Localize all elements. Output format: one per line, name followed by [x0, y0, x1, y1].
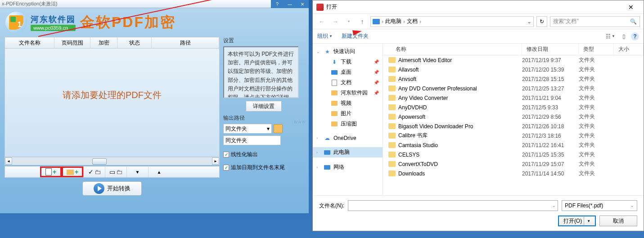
table-header: 文件名称 页码范围 加密 状态 路径: [5, 37, 220, 49]
move-down-button[interactable]: ▼: [126, 166, 148, 177]
preview-pane-button[interactable]: ▯: [621, 32, 627, 40]
view-mode-button[interactable]: ☷ ▼: [604, 32, 617, 40]
append-date-checkbox-row[interactable]: ✓ 追加日期到文件名末尾: [223, 164, 304, 171]
col-path[interactable]: 路径: [152, 37, 219, 48]
clear-files-button[interactable]: ▭🗀: [105, 166, 126, 177]
start-convert-button[interactable]: 开始转换: [82, 181, 142, 196]
table-body[interactable]: 请添加要处理的PDF文件: [5, 49, 220, 157]
dialog-title: 打开: [326, 3, 622, 11]
cancel-button[interactable]: 取消: [599, 216, 637, 226]
remove-file-button[interactable]: ✓🗀: [83, 166, 105, 177]
dialog-toolbar: 组织 ▼ 新建文件夹 ☷ ▼ ▯ ?: [313, 29, 644, 44]
dialog-close-button[interactable]: ✕: [622, 1, 640, 13]
pin-icon: 📌: [374, 80, 379, 85]
sidebar-quick-access[interactable]: ⌄★快速访问: [313, 46, 383, 57]
detail-settings-button[interactable]: 详细设置: [246, 101, 282, 112]
dialog-title-bar: 打开 ✕: [313, 0, 644, 14]
organize-button[interactable]: 组织 ▼: [317, 32, 333, 40]
sidebar-downloads[interactable]: ⬇下载📌: [313, 57, 383, 67]
col-pagerange[interactable]: 页码范围: [54, 37, 90, 48]
filename-input[interactable]: ⌄: [348, 200, 558, 211]
file-row[interactable]: ConvertXToDVD2017/11/29 15:07文件夹: [383, 159, 644, 169]
logo-row: 河东软件园 www.pc0359.cn 金软PDF加密: [0, 8, 309, 37]
file-row[interactable]: CELSYS2017/11/25 15:35文件夹: [383, 150, 644, 159]
sidebar-hedong[interactable]: 河东软件园📌: [313, 88, 383, 98]
file-row[interactable]: Aimersoft Video Editor2017/12/19 9:37文件夹: [383, 55, 644, 65]
output-path-input[interactable]: [223, 135, 281, 145]
title-bar: x-PDFEncryption(未激活): [0, 0, 309, 8]
col-size[interactable]: 大小: [614, 44, 644, 55]
append-date-label: 追加日期到文件名末尾: [231, 164, 285, 171]
col-encrypt[interactable]: 加密: [90, 37, 117, 48]
horizontal-scrollbar[interactable]: ◄ ►: [5, 157, 220, 165]
brand-name: 河东软件园: [31, 14, 76, 25]
scroll-left-button[interactable]: ◄: [5, 157, 12, 165]
nav-back-button[interactable]: ←: [316, 16, 327, 27]
sidebar-onedrive[interactable]: ›☁OneDrive: [313, 134, 383, 143]
scroll-right-button[interactable]: ►: [212, 157, 219, 165]
sidebar-desktop[interactable]: 桌面📌: [313, 67, 383, 77]
sidebar-network[interactable]: ›网络: [313, 162, 383, 172]
move-up-button[interactable]: ▲: [148, 166, 170, 177]
empty-hint: 请添加要处理的PDF文件: [63, 89, 162, 101]
folder-icon: [388, 76, 396, 82]
file-row[interactable]: Any Video Converter2017/11/21 9:04文件夹: [383, 93, 644, 103]
add-file-button[interactable]: +: [40, 166, 62, 177]
file-row[interactable]: AnyDVDHD2017/12/5 9:33文件夹: [383, 103, 644, 112]
address-dropdown[interactable]: ⌄: [527, 18, 531, 25]
file-row[interactable]: Bigasoft Video Downloader Pro2017/12/26 …: [383, 121, 644, 131]
refresh-button[interactable]: ↻: [536, 16, 547, 27]
file-toolbar: + + ✓🗀 ▭🗀 ▼ ▲: [5, 166, 220, 178]
nav-up-button[interactable]: ↑: [357, 16, 368, 27]
file-row[interactable]: Apowersoft2017/12/29 8:56文件夹: [383, 112, 644, 121]
settings-text: 本软件可以为 PDF文件进行加密。用户提供密码，并可以指定加密的等级、加密的部分…: [223, 46, 299, 98]
file-row[interactable]: Anvsoft2017/12/28 15:15文件夹: [383, 74, 644, 84]
file-row[interactable]: Any DVD Converter Professional2017/12/25…: [383, 84, 644, 93]
play-icon: [94, 183, 104, 194]
file-row[interactable]: Camtasia Studio2017/11/22 16:41文件夹: [383, 140, 644, 150]
folder-icon: [388, 95, 396, 101]
linearize-checkbox-row[interactable]: ✓ 线性化输出: [223, 151, 304, 158]
breadcrumb-docs[interactable]: 文档: [407, 18, 418, 25]
close-button[interactable]: ✕: [296, 0, 309, 8]
append-date-checkbox[interactable]: ✓: [223, 165, 229, 171]
linearize-label: 线性化输出: [231, 151, 258, 158]
open-button[interactable]: 打开(O)▼: [558, 216, 596, 226]
file-filter-select[interactable]: PDF Files(*.pdf)⌄: [562, 200, 637, 211]
sidebar-this-pc[interactable]: ›此电脑: [313, 147, 383, 157]
add-folder-button[interactable]: +: [62, 166, 83, 177]
sidebar-documents[interactable]: 文档📌: [313, 77, 383, 88]
file-row[interactable]: Downloads2017/11/14 14:50文件夹: [383, 169, 644, 178]
nav-recent-button[interactable]: ▾: [343, 16, 354, 27]
col-date[interactable]: 修改日期: [522, 44, 579, 55]
address-bar[interactable]: › 此电脑 › 文档 › ⌄: [370, 16, 534, 27]
brand-text: 河东软件园 www.pc0359.cn: [31, 14, 76, 31]
pin-icon: 📌: [374, 70, 379, 75]
nav-forward-button[interactable]: →: [330, 16, 341, 27]
col-type[interactable]: 类型: [579, 44, 614, 55]
sidebar-video[interactable]: 视频: [313, 98, 383, 108]
sidebar-compressed[interactable]: 压缩图: [313, 119, 383, 129]
file-list-pane: 名称 修改日期 类型 大小 Aimersoft Video Editor2017…: [383, 44, 644, 195]
folder-icon: [388, 104, 396, 110]
filename-label: 文件名(N):: [319, 202, 344, 210]
col-name[interactable]: 名称: [383, 44, 522, 55]
pc-icon: [373, 19, 380, 24]
dialog-sidebar: ⌄★快速访问 ⬇下载📌 桌面📌 文档📌 河东软件园📌 视频 图片 压缩图 ›☁O…: [313, 44, 383, 195]
help-icon-button[interactable]: ?: [631, 32, 639, 40]
col-filename[interactable]: 文件名称: [5, 37, 54, 48]
breadcrumb-pc[interactable]: 此电脑: [385, 18, 401, 25]
linearize-checkbox[interactable]: ✓: [223, 152, 229, 157]
col-status[interactable]: 状态: [117, 37, 152, 48]
file-row[interactable]: Allavsoft2017/12/20 15:39文件夹: [383, 65, 644, 74]
folder-icon: [388, 85, 396, 91]
sidebar-pictures[interactable]: 图片: [313, 108, 383, 119]
search-input[interactable]: 搜索"文档" 🔍: [550, 16, 640, 27]
help-button[interactable]: ?: [271, 0, 284, 8]
browse-folder-button[interactable]: [274, 124, 283, 133]
file-list-body[interactable]: Aimersoft Video Editor2017/12/19 9:37文件夹…: [383, 55, 644, 195]
scroll-thumb[interactable]: [92, 158, 107, 165]
minimize-button[interactable]: —: [284, 0, 296, 8]
output-folder-select[interactable]: 同文件夹▾: [223, 124, 272, 134]
file-row[interactable]: Calibre 书库2017/12/3 18:16文件夹: [383, 131, 644, 140]
